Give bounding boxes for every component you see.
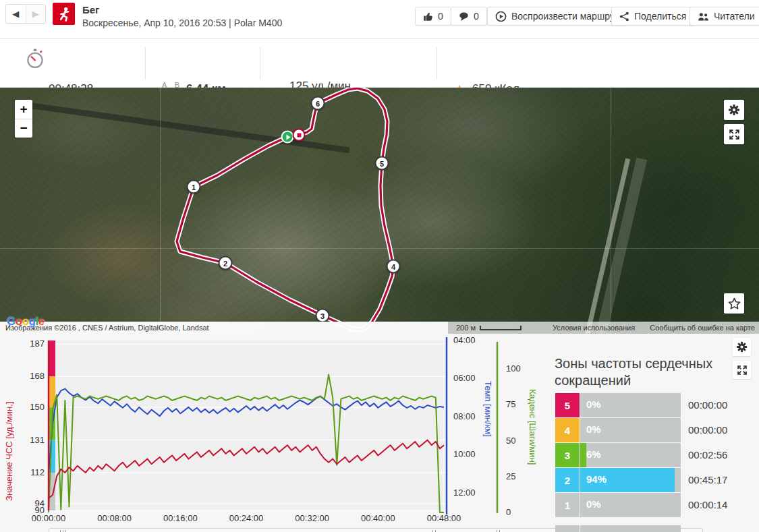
favorite-route-button[interactable] [724, 293, 744, 314]
zone-bar-track: 0% [580, 393, 681, 417]
pace-tick-label: 06:00 [453, 373, 476, 383]
route-map[interactable]: 123456 + − Изображения © [0, 88, 759, 334]
cadence-tick-label: 50 [506, 436, 515, 446]
zone-percent: 6% [586, 448, 601, 460]
expand-icon [729, 129, 740, 140]
km-marker-6: 6 [311, 96, 325, 111]
share-button[interactable]: Поделиться [611, 7, 694, 26]
cadence-tick-label: 25 [506, 471, 515, 481]
summary-bar: 00:48:28 Продолжительность A B 6.44 км Д… [0, 38, 759, 88]
pace-tick-label: 12:00 [453, 487, 476, 498]
analysis-section: Значение ЧСС [уд./мин.] 1871681501311129… [0, 334, 759, 532]
map-attribution-text: Изображения ©2016 , CNES / Astrium, Digi… [0, 322, 448, 334]
zone-bar-track: 0% [580, 418, 681, 442]
activity-header: ◀ ▶ Бег Воскресенье, Апр 10, 2016 20:53 … [0, 0, 759, 38]
zone-percent: 0% [586, 498, 601, 510]
hr-tick-label: 187 [19, 338, 45, 349]
zone-time: 00:00:00 [688, 399, 727, 411]
x-tick-label: 00:48:00 [423, 513, 465, 523]
route-start-marker [281, 131, 294, 144]
map-settings-button[interactable] [724, 100, 744, 120]
play-route-label: Воспроизвести маршрут [511, 11, 619, 22]
readers-label: Читатели [714, 11, 754, 22]
map-scale-bar [480, 326, 522, 330]
chart-plot-area [49, 341, 447, 510]
route-line [177, 88, 393, 330]
zone-number: 3 [555, 443, 580, 467]
zoom-out-button[interactable]: − [15, 119, 32, 138]
pace-tick-label: 10:00 [453, 449, 476, 459]
x-tick-label: 00:40:00 [357, 513, 399, 523]
zone-number: 2 [555, 468, 580, 492]
map-scale-label: 200 м [456, 324, 476, 332]
pace-axis-title: Темп [мин/км] [483, 381, 493, 437]
map-fullscreen-button[interactable] [724, 124, 744, 144]
route-line [177, 88, 393, 330]
activity-title: Бег [82, 4, 99, 16]
x-tick-label: 00:32:00 [291, 513, 333, 523]
zone-number: 1 [555, 493, 580, 517]
play-circle-icon [495, 11, 507, 22]
comment-button[interactable]: 0 [451, 7, 487, 26]
hr-tick-label: 112 [19, 467, 45, 477]
cadence-tick-label: 75 [506, 399, 515, 409]
zone-time: 00:00:14 [688, 499, 727, 510]
hr-zone-row-3: 3 6% [555, 443, 681, 467]
hr-zone-row-5: 5 0% [555, 393, 681, 417]
hr-zone-row-1: 1 0% [555, 493, 681, 517]
like-button[interactable]: 0 [415, 7, 451, 26]
comment-icon [459, 11, 469, 22]
pace-tick-label: 04:00 [453, 335, 476, 345]
gear-icon [736, 341, 748, 353]
hr-zone-band-5 [49, 341, 55, 376]
zone-time: 00:02:56 [688, 449, 727, 461]
zone-bar-fill [580, 443, 586, 467]
activity-nav-group: ◀ ▶ [5, 4, 46, 24]
zone-percent: 94% [586, 473, 607, 485]
zone-number: 5 [555, 393, 580, 417]
star-icon [728, 297, 741, 309]
zone-percent: 0% [586, 398, 601, 410]
map-terms-link[interactable]: Условия использования [553, 324, 635, 332]
previous-activity-button[interactable]: ◀ [6, 5, 26, 23]
zone-bar-track: 6% [580, 443, 681, 467]
next-activity-button[interactable]: ▶ [26, 5, 46, 23]
zone-percent: 0% [586, 423, 601, 435]
zone-bar-track: 94% [580, 468, 681, 492]
x-tick-label: 00:00:00 [28, 513, 69, 523]
zone-time: 00:00:00 [688, 424, 727, 436]
hr-zone-row-2: 2 94% [555, 468, 681, 492]
stats-divider [145, 47, 146, 80]
cadence-tick-label: 100 [506, 363, 521, 374]
gear-icon [728, 104, 740, 116]
stats-divider [437, 47, 437, 80]
km-marker-5: 5 [375, 156, 389, 171]
hr-tick-label: 131 [19, 435, 45, 445]
comment-count: 0 [474, 11, 479, 22]
cadence-axis-title: Каденс [Шаги/мин] [528, 389, 538, 465]
runner-icon [56, 6, 72, 22]
readers-button[interactable]: Читатели [690, 7, 759, 26]
route-end-marker [293, 129, 306, 142]
share-icon [619, 11, 629, 22]
training-chart[interactable] [0, 334, 553, 532]
map-scale: 200 м [456, 324, 522, 332]
map-report-error-link[interactable]: Сообщить об ошибке на карте [650, 324, 755, 332]
people-icon [698, 11, 709, 22]
running-sport-icon [53, 3, 75, 25]
hr-zone-row-4: 4 0% [555, 418, 681, 442]
km-marker-4: 4 [387, 260, 401, 274]
play-route-button[interactable]: Воспроизвести маршрут [487, 7, 627, 26]
like-count: 0 [438, 11, 443, 22]
zones-settings-button[interactable] [733, 338, 751, 356]
pace-tick-label: 08:00 [453, 411, 476, 421]
stopwatch-icon [26, 49, 45, 69]
zoom-in-button[interactable]: + [15, 100, 32, 119]
map-zoom-control: + − [15, 100, 32, 138]
route-overlay [0, 88, 759, 334]
activity-subtitle: Воскресенье, Апр 10, 2016 20:53 | Polar … [82, 18, 282, 28]
stats-divider [260, 47, 260, 80]
hr-tick-label: 168 [19, 371, 45, 381]
km-marker-2: 2 [219, 256, 233, 270]
zone-time: 00:45:17 [688, 474, 727, 485]
